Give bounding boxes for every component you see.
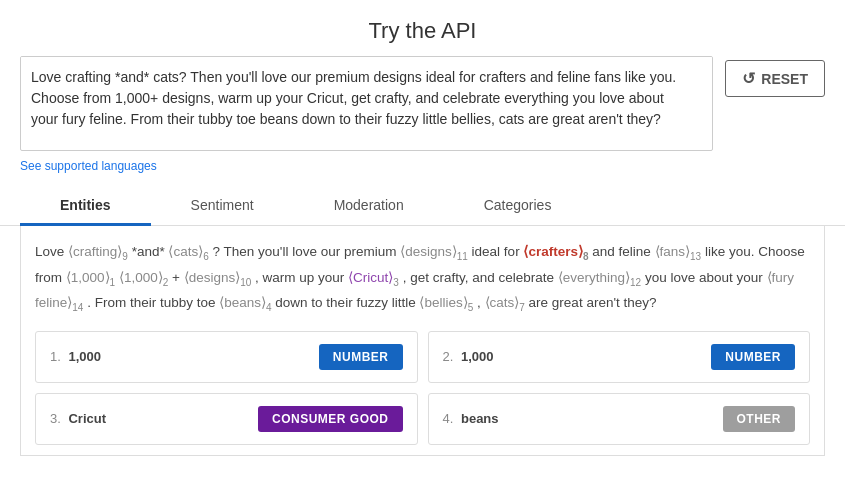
entity-card-2-value: 1,000 [461, 349, 494, 364]
see-languages-link[interactable]: See supported languages [0, 155, 845, 173]
entity-cats-6: ⟨cats⟩6 [168, 244, 208, 259]
entity-card-3-num: 3. [50, 411, 61, 426]
entities-grid: 1. 1,000 NUMBER 2. 1,000 NUMBER 3. Cricu… [35, 331, 810, 445]
entity-bellies: ⟨bellies⟩5 [419, 295, 473, 310]
entity-card-3-label: 3. Cricut [50, 407, 106, 430]
entity-cricut: ⟨Cricut⟩3 [348, 270, 399, 285]
reset-icon: ↺ [742, 69, 755, 88]
tabs-bar: Entities Sentiment Moderation Categories [0, 187, 845, 226]
entity-card-4-value: beans [461, 411, 499, 426]
api-textarea[interactable] [21, 57, 712, 147]
entity-card-3-tag[interactable]: CONSUMER GOOD [258, 406, 403, 432]
entity-1000-1: ⟨1,000⟩1 [66, 270, 115, 285]
entity-card-2: 2. 1,000 NUMBER [428, 331, 811, 383]
entity-card-1-num: 1. [50, 349, 61, 364]
entity-designs-11: ⟨designs⟩11 [400, 244, 468, 259]
entity-card-2-label: 2. 1,000 [443, 345, 494, 368]
entity-card-4-num: 4. [443, 411, 454, 426]
entity-crafting: ⟨crafting⟩9 [68, 244, 128, 259]
tab-entities[interactable]: Entities [20, 187, 151, 226]
entity-card-2-tag[interactable]: NUMBER [711, 344, 795, 370]
tab-categories[interactable]: Categories [444, 187, 592, 226]
entity-card-3-value: Cricut [68, 411, 106, 426]
entity-crafters: ⟨crafters⟩8 [523, 244, 588, 259]
tab-sentiment[interactable]: Sentiment [151, 187, 294, 226]
entity-cats-7: ⟨cats⟩7 [485, 295, 525, 310]
results-section: Love ⟨crafting⟩9 *and* ⟨cats⟩6 ? Then yo… [20, 226, 825, 456]
entity-card-1-value: 1,000 [68, 349, 101, 364]
entity-card-3: 3. Cricut CONSUMER GOOD [35, 393, 418, 445]
entity-annotated-text: Love ⟨crafting⟩9 *and* ⟨cats⟩6 ? Then yo… [35, 240, 810, 317]
entity-card-4-label: 4. beans [443, 407, 499, 430]
entity-card-4: 4. beans OTHER [428, 393, 811, 445]
entity-fans: ⟨fans⟩13 [655, 244, 702, 259]
entity-card-1: 1. 1,000 NUMBER [35, 331, 418, 383]
entity-everything: ⟨everything⟩12 [558, 270, 641, 285]
reset-button[interactable]: ↺ RESET [725, 60, 825, 97]
tab-moderation[interactable]: Moderation [294, 187, 444, 226]
page-title: Try the API [0, 0, 845, 56]
top-section: ↺ RESET [0, 56, 845, 155]
entity-card-2-num: 2. [443, 349, 454, 364]
entity-card-4-tag[interactable]: OTHER [723, 406, 796, 432]
entity-card-1-tag[interactable]: NUMBER [319, 344, 403, 370]
textarea-wrapper [20, 56, 713, 151]
reset-label: RESET [761, 71, 808, 87]
entity-1000-2: ⟨1,000⟩2 [119, 270, 168, 285]
entity-beans: ⟨beans⟩4 [219, 295, 271, 310]
entity-designs-10: ⟨designs⟩10 [184, 270, 252, 285]
entity-card-1-label: 1. 1,000 [50, 345, 101, 368]
